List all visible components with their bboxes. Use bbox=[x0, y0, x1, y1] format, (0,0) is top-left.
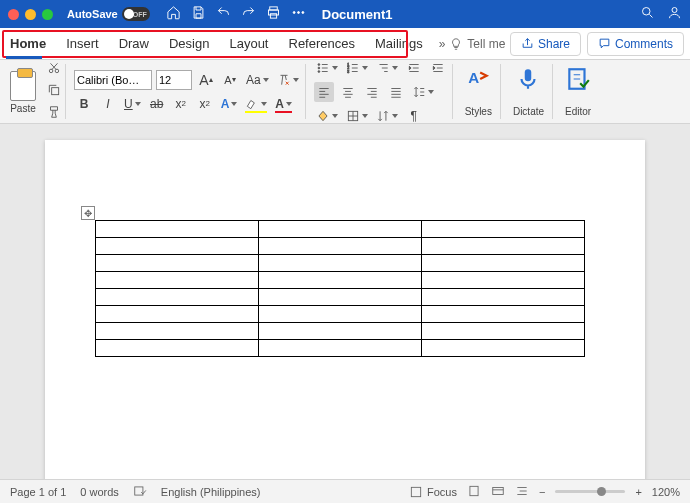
borders-button[interactable] bbox=[344, 106, 370, 126]
view-print-icon[interactable] bbox=[467, 484, 481, 500]
bold-button[interactable]: B bbox=[74, 94, 94, 114]
styles-group[interactable]: A Styles bbox=[457, 64, 501, 119]
paste-icon[interactable] bbox=[10, 71, 36, 101]
table-cell[interactable] bbox=[422, 340, 585, 357]
font-name-select[interactable] bbox=[74, 70, 152, 90]
table-cell[interactable] bbox=[259, 289, 422, 306]
zoom-out-button[interactable]: − bbox=[539, 486, 545, 498]
share-button[interactable]: Share bbox=[510, 32, 581, 56]
table-cell[interactable] bbox=[259, 221, 422, 238]
superscript-button[interactable]: x2 bbox=[195, 94, 215, 114]
table-cell[interactable] bbox=[422, 289, 585, 306]
home-icon[interactable] bbox=[166, 5, 181, 23]
tab-draw[interactable]: Draw bbox=[109, 28, 159, 59]
document-table[interactable] bbox=[95, 220, 585, 357]
change-case-button[interactable]: Aa bbox=[244, 70, 271, 90]
autosave-switch[interactable]: OFF bbox=[122, 7, 150, 21]
zoom-in-button[interactable]: + bbox=[635, 486, 641, 498]
document-canvas[interactable]: ✥ bbox=[0, 124, 690, 479]
word-count[interactable]: 0 words bbox=[80, 486, 119, 498]
focus-button[interactable]: Focus bbox=[409, 485, 457, 499]
text-effects-button[interactable]: A bbox=[219, 94, 240, 114]
table-cell[interactable] bbox=[96, 323, 259, 340]
table-row[interactable] bbox=[96, 306, 585, 323]
table-cell[interactable] bbox=[96, 255, 259, 272]
clear-formatting-icon[interactable] bbox=[275, 70, 301, 90]
format-painter-icon[interactable] bbox=[47, 105, 61, 123]
maximize-window-icon[interactable] bbox=[42, 9, 53, 20]
zoom-level[interactable]: 120% bbox=[652, 486, 680, 498]
table-cell[interactable] bbox=[422, 306, 585, 323]
table-cell[interactable] bbox=[422, 323, 585, 340]
table-cell[interactable] bbox=[422, 238, 585, 255]
table-cell[interactable] bbox=[259, 340, 422, 357]
tab-layout[interactable]: Layout bbox=[219, 28, 278, 59]
tab-design[interactable]: Design bbox=[159, 28, 219, 59]
editor-group[interactable]: Editor bbox=[557, 64, 599, 119]
increase-font-icon[interactable]: A▴ bbox=[196, 70, 216, 90]
tab-insert[interactable]: Insert bbox=[56, 28, 109, 59]
redo-icon[interactable] bbox=[241, 5, 256, 23]
increase-indent-button[interactable] bbox=[428, 58, 448, 78]
numbering-button[interactable]: 123 bbox=[344, 58, 370, 78]
show-marks-button[interactable]: ¶ bbox=[404, 106, 424, 126]
table-row[interactable] bbox=[96, 323, 585, 340]
table-cell[interactable] bbox=[96, 238, 259, 255]
table-cell[interactable] bbox=[259, 272, 422, 289]
spellcheck-icon[interactable] bbox=[133, 484, 147, 500]
view-web-icon[interactable] bbox=[491, 484, 505, 500]
table-cell[interactable] bbox=[96, 340, 259, 357]
table-cell[interactable] bbox=[96, 306, 259, 323]
more-icon[interactable] bbox=[291, 5, 306, 23]
table-row[interactable] bbox=[96, 289, 585, 306]
table-row[interactable] bbox=[96, 255, 585, 272]
table-row[interactable] bbox=[96, 238, 585, 255]
underline-button[interactable]: U bbox=[122, 94, 143, 114]
table-cell[interactable] bbox=[259, 255, 422, 272]
table-move-handle-icon[interactable]: ✥ bbox=[81, 206, 95, 220]
font-size-select[interactable] bbox=[156, 70, 192, 90]
justify-button[interactable] bbox=[386, 82, 406, 102]
account-icon[interactable] bbox=[667, 5, 682, 23]
table-cell[interactable] bbox=[422, 221, 585, 238]
print-icon[interactable] bbox=[266, 5, 281, 23]
tab-home[interactable]: Home bbox=[0, 28, 56, 59]
table-cell[interactable] bbox=[96, 272, 259, 289]
bullets-button[interactable] bbox=[314, 58, 340, 78]
decrease-indent-button[interactable] bbox=[404, 58, 424, 78]
decrease-font-icon[interactable]: A▾ bbox=[220, 70, 240, 90]
table-row[interactable] bbox=[96, 340, 585, 357]
align-right-button[interactable] bbox=[362, 82, 382, 102]
table-cell[interactable] bbox=[259, 306, 422, 323]
tell-me[interactable]: » Tell me bbox=[439, 28, 506, 59]
table-row[interactable] bbox=[96, 272, 585, 289]
table-cell[interactable] bbox=[422, 255, 585, 272]
table-cell[interactable] bbox=[259, 238, 422, 255]
align-left-button[interactable] bbox=[314, 82, 334, 102]
font-color-button[interactable]: A bbox=[273, 94, 294, 114]
table-cell[interactable] bbox=[96, 221, 259, 238]
search-icon[interactable] bbox=[640, 5, 655, 23]
zoom-slider[interactable] bbox=[555, 490, 625, 493]
autosave-toggle[interactable]: AutoSave OFF bbox=[67, 7, 150, 21]
table-cell[interactable] bbox=[96, 289, 259, 306]
copy-icon[interactable] bbox=[47, 83, 61, 101]
view-outline-icon[interactable] bbox=[515, 484, 529, 500]
close-window-icon[interactable] bbox=[8, 9, 19, 20]
table-cell[interactable] bbox=[259, 323, 422, 340]
line-spacing-button[interactable] bbox=[410, 82, 436, 102]
comments-button[interactable]: Comments bbox=[587, 32, 684, 56]
cut-icon[interactable] bbox=[47, 61, 61, 79]
save-icon[interactable] bbox=[191, 5, 206, 23]
subscript-button[interactable]: x2 bbox=[171, 94, 191, 114]
page[interactable]: ✥ bbox=[45, 140, 645, 479]
page-count[interactable]: Page 1 of 1 bbox=[10, 486, 66, 498]
language-status[interactable]: English (Philippines) bbox=[161, 486, 261, 498]
table-row[interactable] bbox=[96, 221, 585, 238]
minimize-window-icon[interactable] bbox=[25, 9, 36, 20]
tab-references[interactable]: References bbox=[279, 28, 365, 59]
strikethrough-button[interactable]: ab bbox=[147, 94, 167, 114]
multilevel-list-button[interactable] bbox=[374, 58, 400, 78]
table-cell[interactable] bbox=[422, 272, 585, 289]
shading-button[interactable] bbox=[314, 106, 340, 126]
